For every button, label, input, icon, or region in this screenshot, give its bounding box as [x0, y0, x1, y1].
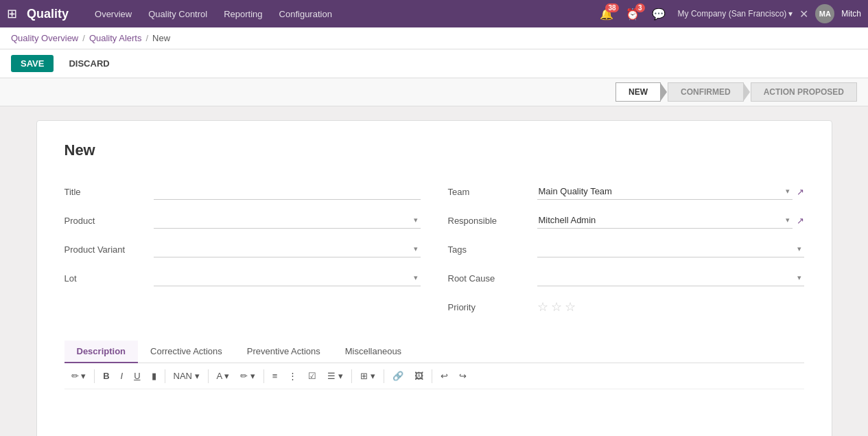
- product-label: Product: [64, 216, 154, 226]
- main-menu: Overview Quality Control Reporting Confi…: [88, 6, 339, 22]
- product-variant-select[interactable]: [154, 241, 421, 257]
- underline-button[interactable]: U: [130, 369, 144, 383]
- notifications-button[interactable]: 🔔 38: [600, 8, 613, 21]
- priority-star-2[interactable]: ☆: [551, 299, 562, 314]
- bg-color-button[interactable]: ✏ ▾: [236, 369, 259, 383]
- redo-button[interactable]: ↪: [455, 369, 471, 383]
- priority-label: Priority: [448, 302, 537, 312]
- bold-button[interactable]: B: [99, 369, 113, 383]
- status-step-action-proposed[interactable]: ACTION PROPOSED: [751, 82, 857, 102]
- highlight-button[interactable]: ▮: [148, 369, 161, 383]
- nan-dropdown-button[interactable]: NAN ▾: [169, 369, 204, 383]
- menu-item-overview[interactable]: Overview: [88, 6, 139, 22]
- app-grid-icon[interactable]: ⊞: [7, 6, 17, 21]
- priority-star-1[interactable]: ☆: [537, 299, 548, 314]
- breadcrumb-separator-1: /: [82, 33, 85, 43]
- responsible-select-wrap: Mitchell Admin ▾: [537, 212, 793, 229]
- root-cause-select-wrap: ▾: [537, 270, 804, 286]
- numbered-list-button[interactable]: ⋮: [284, 369, 301, 383]
- messages-button[interactable]: 💬: [652, 8, 666, 21]
- tab-description[interactable]: Description: [64, 341, 139, 363]
- app-brand: Quality: [27, 7, 69, 21]
- activity-badge: 3: [635, 3, 645, 12]
- menu-item-configuration[interactable]: Configuration: [272, 6, 339, 22]
- tags-select-wrap: ▾: [537, 241, 804, 257]
- main-content: New Title Product: [0, 106, 868, 436]
- team-external-link-icon[interactable]: ↗: [797, 187, 804, 197]
- close-icon[interactable]: ✕: [799, 8, 808, 21]
- tab-miscellaneous[interactable]: Miscellaneous: [333, 341, 414, 363]
- checklist-button[interactable]: ☑: [304, 369, 320, 383]
- table-button[interactable]: ⊞ ▾: [356, 369, 379, 383]
- bullet-list-button[interactable]: ≡: [268, 369, 282, 383]
- title-input[interactable]: [154, 183, 421, 199]
- image-button[interactable]: 🖼: [410, 369, 427, 383]
- team-select-wrap: Main Quality Team ▾: [537, 183, 793, 200]
- user-avatar[interactable]: MA: [815, 4, 834, 23]
- form-title: New: [64, 141, 804, 159]
- priority-field: Priority ☆ ☆ ☆: [448, 295, 804, 319]
- priority-star-3[interactable]: ☆: [565, 299, 576, 314]
- product-variant-label: Product Variant: [64, 244, 154, 255]
- lot-select-wrap: ▾: [154, 270, 421, 286]
- breadcrumb-quality-alerts[interactable]: Quality Alerts: [89, 33, 142, 43]
- priority-stars: ☆ ☆ ☆: [537, 299, 576, 314]
- tabs-bar: Description Corrective Actions Preventiv…: [64, 341, 804, 363]
- align-button[interactable]: ☰ ▾: [323, 369, 347, 383]
- team-field: Team Main Quality Team ▾ ↗: [448, 180, 804, 203]
- status-step-confirmed[interactable]: CONFIRMED: [668, 82, 744, 102]
- toolbar-sep-6: [384, 369, 384, 383]
- product-select[interactable]: [154, 212, 421, 228]
- title-input-wrap: [154, 183, 421, 200]
- menu-item-reporting[interactable]: Reporting: [217, 6, 269, 22]
- toolbar-sep-2: [165, 369, 165, 383]
- notification-badge: 38: [605, 3, 618, 12]
- company-selector[interactable]: My Company (San Francisco) ▾: [678, 9, 793, 19]
- status-bar: NEW CONFIRMED ACTION PROPOSED: [0, 78, 868, 106]
- left-column: Title Product ▾: [64, 180, 421, 324]
- tags-select[interactable]: [537, 241, 804, 257]
- editor-toolbar: ✏ ▾ B I U ▮ NAN ▾ A ▾ ✏ ▾ ≡ ⋮ ☑ ☰ ▾ ⊞ ▾ …: [64, 363, 804, 389]
- team-select[interactable]: Main Quality Team: [537, 183, 793, 199]
- product-select-wrap: ▾: [154, 212, 421, 229]
- topnav-right: 🔔 38 ⏰ 3 💬 My Company (San Francisco) ▾ …: [600, 4, 861, 23]
- toolbar-sep-7: [432, 369, 432, 383]
- status-step-new[interactable]: NEW: [615, 82, 661, 102]
- team-label: Team: [448, 187, 537, 197]
- breadcrumb: Quality Overview / Quality Alerts / New: [0, 27, 868, 49]
- toolbar-sep-4: [263, 369, 264, 383]
- activity-button[interactable]: ⏰ 3: [626, 8, 640, 21]
- form-fields-row: Title Product ▾: [64, 180, 804, 324]
- font-color-button[interactable]: A ▾: [213, 369, 234, 383]
- toolbar-sep-3: [208, 369, 209, 383]
- chevron-down-icon: ▾: [788, 9, 793, 19]
- action-bar: SAVE DISCARD: [0, 49, 868, 78]
- form-card: New Title Product: [36, 120, 832, 436]
- responsible-label: Responsible: [448, 216, 537, 226]
- tags-label: Tags: [448, 244, 537, 255]
- breadcrumb-quality-overview[interactable]: Quality Overview: [11, 33, 78, 43]
- breadcrumb-current: New: [152, 33, 170, 43]
- responsible-select[interactable]: Mitchell Admin: [537, 212, 793, 228]
- italic-button[interactable]: I: [117, 369, 128, 383]
- link-button[interactable]: 🔗: [388, 369, 408, 383]
- tab-corrective-actions[interactable]: Corrective Actions: [138, 341, 235, 363]
- editor-content[interactable]: [64, 389, 804, 436]
- toolbar-sep-1: [94, 369, 95, 383]
- responsible-external-link-icon[interactable]: ↗: [797, 216, 804, 226]
- root-cause-field: Root Cause ▾: [448, 266, 804, 290]
- product-variant-field: Product Variant ▾: [64, 238, 421, 261]
- discard-button[interactable]: DISCARD: [59, 55, 119, 72]
- menu-item-quality-control[interactable]: Quality Control: [141, 6, 214, 22]
- style-dropdown-button[interactable]: ✏ ▾: [67, 369, 91, 383]
- lot-select[interactable]: [154, 270, 421, 286]
- responsible-field: Responsible Mitchell Admin ▾ ↗: [448, 209, 804, 232]
- tags-field: Tags ▾: [448, 238, 804, 261]
- root-cause-select[interactable]: [537, 270, 804, 286]
- user-name: Mitch: [841, 9, 861, 19]
- root-cause-label: Root Cause: [448, 273, 537, 284]
- save-button[interactable]: SAVE: [11, 55, 54, 72]
- tab-preventive-actions[interactable]: Preventive Actions: [235, 341, 333, 363]
- undo-button[interactable]: ↩: [436, 369, 452, 383]
- product-variant-select-wrap: ▾: [154, 241, 421, 257]
